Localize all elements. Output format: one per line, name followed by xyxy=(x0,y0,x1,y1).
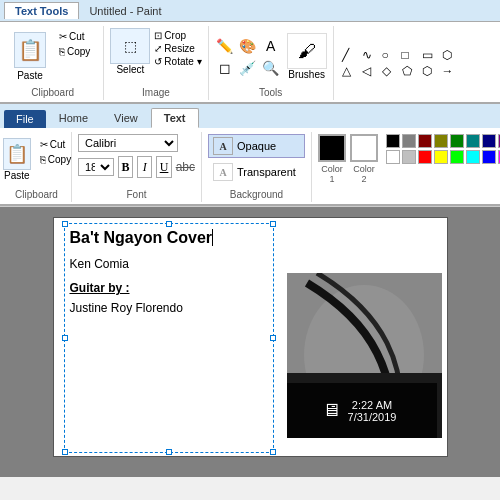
shape-curve[interactable]: ∿ xyxy=(362,48,380,62)
swatch-olive[interactable] xyxy=(434,134,448,148)
magnify-icon[interactable]: 🔍 xyxy=(261,58,281,78)
color1-box[interactable]: Color1 xyxy=(318,134,346,184)
transparent-button[interactable]: A Transparent xyxy=(208,160,305,184)
color1-swatch[interactable] xyxy=(318,134,346,162)
font-section: Calibri 18 B I U abc Font xyxy=(72,132,202,202)
shape-diamond[interactable]: ◇ xyxy=(382,64,400,78)
shape-poly[interactable]: ⬡ xyxy=(442,48,460,62)
scissors-icon: ✂ xyxy=(59,31,67,42)
shape-hex[interactable]: ⬡ xyxy=(422,64,440,78)
transparent-label: Transparent xyxy=(237,166,296,178)
swatch-white[interactable] xyxy=(386,150,400,164)
ribbon-2: 📋 Paste ✂ Cut ⎘ Copy Clipboard xyxy=(0,128,500,206)
clipboard2-row: 📋 Paste ✂ Cut ⎘ Copy xyxy=(0,134,74,185)
resize-handle-tm[interactable] xyxy=(166,221,172,227)
cut2-button[interactable]: ✂ Cut xyxy=(37,138,74,151)
swatch-lime[interactable] xyxy=(450,150,464,164)
resize-handle-ml[interactable] xyxy=(62,335,68,341)
crop-button[interactable]: ⊡ Crop xyxy=(154,30,201,41)
color2-swatch[interactable] xyxy=(350,134,378,162)
swatch-teal[interactable] xyxy=(466,134,480,148)
cut-button[interactable]: ✂ Cut xyxy=(56,30,93,43)
underline-button[interactable]: U xyxy=(156,156,171,178)
font-name-select[interactable]: Calibri xyxy=(78,134,178,152)
colors-section: Color1 Color2 xyxy=(312,132,500,202)
opaque-button[interactable]: A Opaque xyxy=(208,134,305,158)
paste2-icon: 📋 xyxy=(3,138,31,170)
select-button[interactable]: ⬚ Select xyxy=(110,28,150,75)
resize-button[interactable]: ⤢ Resize xyxy=(154,43,201,54)
color-row-2 xyxy=(386,150,500,164)
canvas-guitarist: Justine Roy Florendo xyxy=(70,301,268,315)
brushes-button[interactable]: 🖌 Brushes xyxy=(287,33,327,80)
color2-box[interactable]: Color2 xyxy=(350,134,378,184)
shape-tri[interactable]: △ xyxy=(342,64,360,78)
eraser-icon[interactable]: ◻ xyxy=(215,58,235,78)
resize-handle-br[interactable] xyxy=(270,449,276,455)
canvas-guitar-label: Guitar by : xyxy=(70,281,268,295)
swatch-cyan[interactable] xyxy=(466,150,480,164)
fill-icon[interactable]: 🎨 xyxy=(238,36,258,56)
paste-label: Paste xyxy=(17,70,43,81)
text-tools-tab-header[interactable]: Text Tools xyxy=(4,2,79,19)
tab-bar: File Home View Text xyxy=(0,104,500,128)
tab-home[interactable]: Home xyxy=(46,108,101,128)
ribbon-image-section: ⬚ Select ⊡ Crop ⤢ Resize ↺ xyxy=(104,26,208,100)
font-label: Font xyxy=(78,187,195,200)
tab-view[interactable]: View xyxy=(101,108,151,128)
canvas-text-area[interactable]: Ba't Ngayon Cover Ken Comia Guitar by : … xyxy=(64,223,274,453)
swatch-silver[interactable] xyxy=(402,150,416,164)
swatch-gray[interactable] xyxy=(402,134,416,148)
copy-icon: ⎘ xyxy=(59,46,65,57)
copy-button[interactable]: ⎘ Copy xyxy=(56,45,93,58)
font-row2: 18 B I U abc xyxy=(78,156,195,178)
strikethrough-button[interactable]: abc xyxy=(176,160,195,174)
tab-file[interactable]: File xyxy=(4,110,46,128)
shape-rounded[interactable]: ▭ xyxy=(422,48,440,62)
shape-oval[interactable]: ○ xyxy=(382,48,400,62)
shape-rect[interactable]: □ xyxy=(402,48,420,62)
color1-label: Color1 xyxy=(321,164,343,184)
tab-text[interactable]: Text xyxy=(151,108,199,128)
image-tools-right: ⊡ Crop ⤢ Resize ↺ Rotate ▾ xyxy=(154,28,201,67)
time-text: 2:22 AM xyxy=(348,399,397,411)
resize-handle-tr[interactable] xyxy=(270,221,276,227)
paste2-button[interactable]: 📋 Paste xyxy=(0,134,35,185)
rotate-icon: ↺ xyxy=(154,56,162,67)
swatch-navy[interactable] xyxy=(482,134,496,148)
copy2-button[interactable]: ⎘ Copy xyxy=(37,153,74,166)
colorpick-icon[interactable]: 💉 xyxy=(238,58,258,78)
resize-handle-bm[interactable] xyxy=(166,449,172,455)
paste-button[interactable]: 📋 Paste xyxy=(8,28,52,85)
pencil-icon[interactable]: ✏️ xyxy=(215,36,235,56)
title-bar: Text Tools Untitled - Paint xyxy=(0,0,500,22)
copy2-icon: ⎘ xyxy=(40,154,46,165)
shape-rtri[interactable]: ◁ xyxy=(362,64,380,78)
italic-button[interactable]: I xyxy=(137,156,152,178)
shape-arrow[interactable]: → xyxy=(442,64,460,78)
swatch-red[interactable] xyxy=(418,150,432,164)
font-size-select[interactable]: 18 xyxy=(78,158,114,176)
resize-handle-bl[interactable] xyxy=(62,449,68,455)
paint-canvas[interactable]: Ba't Ngayon Cover Ken Comia Guitar by : … xyxy=(53,217,448,457)
swatch-blue[interactable] xyxy=(482,150,496,164)
brushes-icon: 🖌 xyxy=(287,33,327,69)
font-row1: Calibri xyxy=(78,134,195,152)
clipboard-right: ✂ Cut ⎘ Copy xyxy=(52,28,97,60)
resize-handle-tl[interactable] xyxy=(62,221,68,227)
rotate-button[interactable]: ↺ Rotate ▾ xyxy=(154,56,201,67)
text-icon[interactable]: A xyxy=(261,36,281,56)
swatch-green[interactable] xyxy=(450,134,464,148)
swatch-black[interactable] xyxy=(386,134,400,148)
date-text: 7/31/2019 xyxy=(348,411,397,423)
swatch-yellow[interactable] xyxy=(434,150,448,164)
swatch-darkred[interactable] xyxy=(418,134,432,148)
shape-pent[interactable]: ⬠ xyxy=(402,64,420,78)
resize-handle-mr[interactable] xyxy=(270,335,276,341)
ribbon-clipboard-section: 📋 Paste ✂ Cut ⎘ Copy Clipboar xyxy=(2,26,104,100)
bold-button[interactable]: B xyxy=(118,156,133,178)
shape-line[interactable]: ╱ xyxy=(342,48,360,62)
paste-icon: 📋 xyxy=(14,32,46,68)
color-row-1 xyxy=(386,134,500,148)
image-label: Image xyxy=(110,85,201,98)
